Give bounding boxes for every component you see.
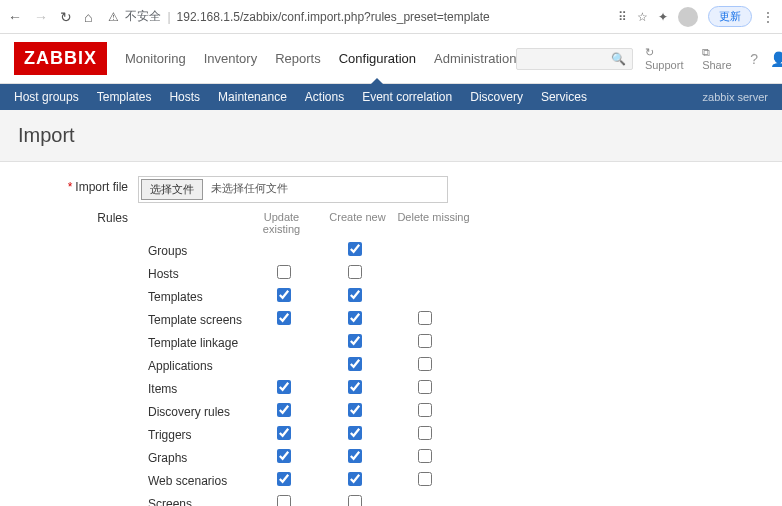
rule-row: Graphs — [138, 446, 471, 469]
subnav-host-groups[interactable]: Host groups — [14, 90, 79, 104]
rule-row: Triggers — [138, 423, 471, 446]
rule-groups-create[interactable] — [348, 242, 362, 256]
home-icon[interactable]: ⌂ — [84, 9, 92, 25]
rule-screens-update[interactable] — [277, 495, 291, 506]
support-link[interactable]: ↻ Support — [645, 46, 690, 71]
content: *Import file 选择文件 未选择任何文件 Rules Update e… — [0, 162, 782, 506]
col-update: Update existing — [244, 211, 319, 235]
rule-items-delete[interactable] — [418, 380, 432, 394]
rule-templates-update[interactable] — [277, 288, 291, 302]
app-header: ZABBIX MonitoringInventoryReportsConfigu… — [0, 34, 782, 84]
rule-screens-create[interactable] — [348, 495, 362, 506]
rule-web-scenarios-delete[interactable] — [418, 472, 432, 486]
rule-triggers-delete[interactable] — [418, 426, 432, 440]
rule-template-screens-delete[interactable] — [418, 311, 432, 325]
global-search[interactable]: 🔍 — [516, 48, 632, 70]
subnav-hosts[interactable]: Hosts — [169, 90, 200, 104]
subnav-discovery[interactable]: Discovery — [470, 90, 523, 104]
rule-discovery-rules-delete[interactable] — [418, 403, 432, 417]
rule-hosts-update[interactable] — [277, 265, 291, 279]
page-title: Import — [0, 110, 782, 162]
rule-web-scenarios-create[interactable] — [348, 472, 362, 486]
subnav-actions[interactable]: Actions — [305, 90, 344, 104]
search-icon: 🔍 — [605, 49, 632, 66]
rule-row: Template linkage — [138, 331, 471, 354]
rule-applications-create[interactable] — [348, 357, 362, 371]
avatar-icon[interactable] — [678, 7, 698, 27]
nav-reports[interactable]: Reports — [275, 47, 321, 70]
insecure-label: 不安全 — [125, 8, 161, 25]
rule-row: Web scenarios — [138, 469, 471, 492]
rules-label: Rules — [18, 211, 138, 225]
insecure-icon: ⚠ — [108, 10, 119, 24]
rule-row: Discovery rules — [138, 400, 471, 423]
rule-row: Items — [138, 377, 471, 400]
browser-update-button[interactable]: 更新 — [708, 6, 752, 27]
import-file-label: *Import file — [18, 176, 138, 194]
rule-label: Templates — [138, 290, 244, 304]
rule-row: Applications — [138, 354, 471, 377]
rule-items-create[interactable] — [348, 380, 362, 394]
rule-template-linkage-delete[interactable] — [418, 334, 432, 348]
user-icon[interactable]: 👤 — [770, 51, 782, 67]
nav-configuration[interactable]: Configuration — [339, 47, 416, 70]
rule-label: Items — [138, 382, 244, 396]
rule-template-screens-create[interactable] — [348, 311, 362, 325]
rule-templates-create[interactable] — [348, 288, 362, 302]
subnav-event-correlation[interactable]: Event correlation — [362, 90, 452, 104]
help-icon[interactable]: ? — [750, 51, 758, 67]
rule-triggers-create[interactable] — [348, 426, 362, 440]
rules-table: GroupsHostsTemplatesTemplate screensTemp… — [138, 239, 471, 506]
main-nav: MonitoringInventoryReportsConfigurationA… — [125, 47, 516, 70]
no-file-text: 未选择任何文件 — [205, 177, 294, 202]
rule-label: Template screens — [138, 313, 244, 327]
rule-triggers-update[interactable] — [277, 426, 291, 440]
subnav-maintenance[interactable]: Maintenance — [218, 90, 287, 104]
bookmark-icon[interactable]: ☆ — [637, 10, 648, 24]
browser-toolbar: ← → ↻ ⌂ ⚠ 不安全 | 192.168.1.5/zabbix/conf.… — [0, 0, 782, 34]
rule-graphs-create[interactable] — [348, 449, 362, 463]
nav-administration[interactable]: Administration — [434, 47, 516, 70]
rule-discovery-rules-create[interactable] — [348, 403, 362, 417]
server-label: zabbix server — [703, 91, 768, 103]
rule-hosts-create[interactable] — [348, 265, 362, 279]
address-bar[interactable]: ⚠ 不安全 | 192.168.1.5/zabbix/conf.import.p… — [102, 8, 608, 25]
extensions-icon[interactable]: ✦ — [658, 10, 668, 24]
share-link[interactable]: ⧉ Share — [702, 46, 738, 71]
rule-label: Groups — [138, 244, 244, 258]
subnav-services[interactable]: Services — [541, 90, 587, 104]
file-input[interactable]: 选择文件 未选择任何文件 — [138, 176, 448, 203]
rule-web-scenarios-update[interactable] — [277, 472, 291, 486]
col-delete: Delete missing — [396, 211, 471, 235]
rule-label: Triggers — [138, 428, 244, 442]
menu-icon[interactable]: ⋮ — [762, 10, 774, 24]
rule-row: Template screens — [138, 308, 471, 331]
rule-label: Hosts — [138, 267, 244, 281]
rule-items-update[interactable] — [277, 380, 291, 394]
choose-file-button[interactable]: 选择文件 — [141, 179, 203, 200]
rule-label: Web scenarios — [138, 474, 244, 488]
rule-label: Screens — [138, 497, 244, 507]
forward-icon[interactable]: → — [34, 9, 48, 25]
nav-inventory[interactable]: Inventory — [204, 47, 257, 70]
rule-row: Groups — [138, 239, 471, 262]
rule-graphs-update[interactable] — [277, 449, 291, 463]
back-icon[interactable]: ← — [8, 9, 22, 25]
rule-row: Hosts — [138, 262, 471, 285]
rule-template-linkage-create[interactable] — [348, 334, 362, 348]
translate-icon[interactable]: ⠿ — [618, 10, 627, 24]
rule-template-screens-update[interactable] — [277, 311, 291, 325]
subnav-templates[interactable]: Templates — [97, 90, 152, 104]
rule-discovery-rules-update[interactable] — [277, 403, 291, 417]
rule-label: Graphs — [138, 451, 244, 465]
rule-label: Applications — [138, 359, 244, 373]
url-text: 192.168.1.5/zabbix/conf.import.php?rules… — [177, 10, 490, 24]
logo[interactable]: ZABBIX — [14, 42, 107, 75]
nav-monitoring[interactable]: Monitoring — [125, 47, 186, 70]
rule-label: Discovery rules — [138, 405, 244, 419]
rule-row: Screens — [138, 492, 471, 506]
rule-applications-delete[interactable] — [418, 357, 432, 371]
sub-nav: Host groupsTemplatesHostsMaintenanceActi… — [0, 84, 782, 110]
rule-graphs-delete[interactable] — [418, 449, 432, 463]
reload-icon[interactable]: ↻ — [60, 9, 72, 25]
